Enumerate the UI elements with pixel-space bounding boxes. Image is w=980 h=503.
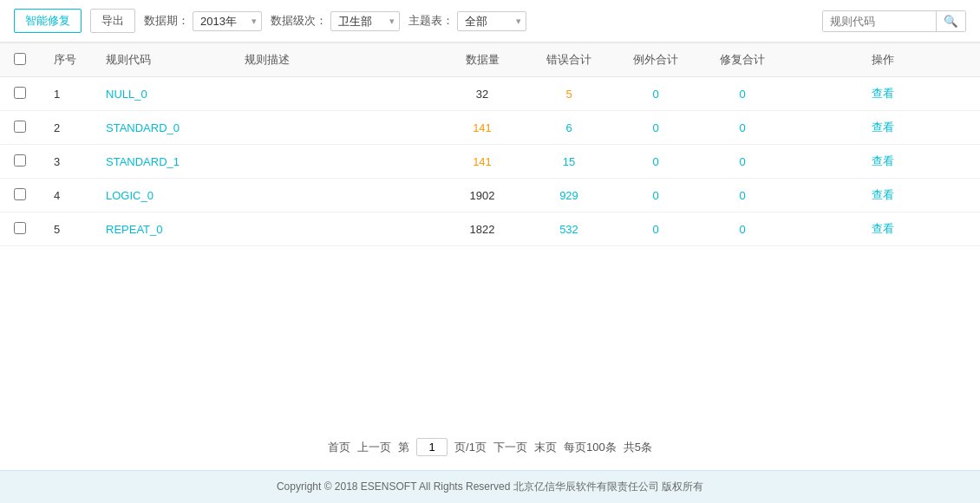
table-row: 3 STANDARD_1 141 15 0 0 查看 [0, 145, 980, 179]
row-count: 141 [439, 111, 526, 145]
header-error: 错误合计 [526, 43, 612, 77]
per-page-info: 每页100条 [564, 440, 617, 455]
row-code: REPEAT_0 [92, 212, 231, 246]
prev-page-link[interactable]: 上一页 [357, 440, 391, 455]
row-code: LOGIC_0 [92, 179, 231, 212]
row-error: 6 [526, 111, 612, 145]
header-count: 数据量 [439, 43, 526, 77]
search-input[interactable] [823, 11, 936, 31]
row-except: 0 [612, 111, 699, 145]
header-action: 操作 [786, 43, 980, 77]
header-desc: 规则描述 [231, 43, 439, 77]
row-except: 0 [612, 77, 699, 111]
row-except: 0 [612, 212, 699, 246]
table-row: 4 LOGIC_0 1902 929 0 0 查看 [0, 179, 980, 212]
table-container: 序号 规则代码 规则描述 数据量 错误合计 例外合计 [0, 42, 980, 424]
search-icon: 🔍 [944, 15, 958, 28]
table-header-row: 序号 规则代码 规则描述 数据量 错误合计 例外合计 [0, 43, 980, 77]
view-link[interactable]: 查看 [872, 87, 894, 100]
row-checkbox[interactable] [14, 154, 26, 167]
row-checkbox-cell [0, 212, 40, 246]
row-checkbox[interactable] [14, 188, 26, 200]
footer-text: Copyright © 2018 ESENSOFT All Rights Res… [277, 480, 703, 493]
row-desc [231, 212, 439, 246]
table-body: 1 NULL_0 32 5 0 0 查看 2 STANDARD_0 141 6 … [0, 77, 980, 246]
row-desc [231, 179, 439, 212]
row-count: 1902 [439, 179, 526, 212]
level-select-wrapper: 卫生部 [330, 11, 400, 31]
row-seq: 1 [40, 77, 92, 111]
header-except: 例外合计 [612, 43, 699, 77]
data-table: 序号 规则代码 规则描述 数据量 错误合计 例外合计 [0, 42, 980, 246]
smart-repair-button[interactable]: 智能修复 [14, 9, 82, 33]
row-code: STANDARD_0 [92, 111, 231, 145]
row-action: 查看 [786, 145, 980, 179]
period-filter-group: 数据期： 2013年 [144, 11, 262, 31]
row-action: 查看 [786, 111, 980, 145]
period-label: 数据期： [144, 13, 189, 29]
last-page-link[interactable]: 末页 [534, 440, 557, 455]
row-fix: 0 [699, 145, 786, 179]
view-link[interactable]: 查看 [872, 188, 894, 201]
row-error: 15 [526, 145, 612, 179]
row-except: 0 [612, 179, 699, 212]
view-link[interactable]: 查看 [872, 222, 894, 235]
row-except: 0 [612, 145, 699, 179]
export-button[interactable]: 导出 [90, 9, 135, 33]
row-seq: 2 [40, 111, 92, 145]
row-code: NULL_0 [92, 77, 231, 111]
row-fix: 0 [699, 212, 786, 246]
view-link[interactable]: 查看 [872, 154, 894, 167]
period-select-wrapper: 2013年 [193, 11, 262, 31]
row-desc [231, 145, 439, 179]
row-checkbox-cell [0, 145, 40, 179]
row-checkbox-cell [0, 111, 40, 145]
row-error: 532 [526, 212, 612, 246]
row-count: 1822 [439, 212, 526, 246]
row-code: STANDARD_1 [92, 145, 231, 179]
row-checkbox-cell [0, 77, 40, 111]
page-suffix: 页/1页 [454, 440, 487, 455]
row-desc [231, 111, 439, 145]
table-row: 5 REPEAT_0 1822 532 0 0 查看 [0, 212, 980, 246]
row-error: 5 [526, 77, 612, 111]
row-checkbox-cell [0, 179, 40, 212]
theme-select[interactable]: 全部 [457, 11, 526, 31]
first-page-link[interactable]: 首页 [328, 440, 350, 455]
page-prefix: 第 [398, 440, 409, 455]
table-row: 1 NULL_0 32 5 0 0 查看 [0, 77, 980, 111]
level-filter-group: 数据级次： 卫生部 [271, 11, 400, 31]
total-info: 共5条 [624, 440, 652, 455]
header-seq: 序号 [40, 43, 92, 77]
header-fix: 修复合计 [699, 43, 786, 77]
row-checkbox[interactable] [14, 87, 26, 99]
header-code: 规则代码 [92, 43, 231, 77]
next-page-link[interactable]: 下一页 [493, 440, 527, 455]
theme-filter-group: 主题表： 全部 [408, 11, 526, 31]
main-container: 智能修复 导出 数据期： 2013年 数据级次： 卫生部 主题表： 全部 [0, 0, 980, 503]
row-checkbox[interactable] [14, 222, 26, 234]
row-action: 查看 [786, 212, 980, 246]
page-number-input[interactable] [416, 438, 448, 456]
search-button[interactable]: 🔍 [936, 11, 965, 31]
table-row: 2 STANDARD_0 141 6 0 0 查看 [0, 111, 980, 145]
row-seq: 4 [40, 179, 92, 212]
pagination: 首页 上一页 第 页/1页 下一页 末页 每页100条 共5条 [0, 424, 980, 470]
footer: Copyright © 2018 ESENSOFT All Rights Res… [0, 470, 980, 503]
select-all-checkbox[interactable] [14, 53, 26, 65]
row-fix: 0 [699, 77, 786, 111]
period-select[interactable]: 2013年 [193, 11, 262, 31]
row-count: 141 [439, 145, 526, 179]
row-checkbox[interactable] [14, 121, 26, 133]
row-count: 32 [439, 77, 526, 111]
row-action: 查看 [786, 179, 980, 212]
theme-select-wrapper: 全部 [457, 11, 526, 31]
view-link[interactable]: 查看 [872, 121, 894, 134]
theme-label: 主题表： [408, 13, 454, 29]
header-checkbox-cell [0, 43, 40, 77]
toolbar: 智能修复 导出 数据期： 2013年 数据级次： 卫生部 主题表： 全部 [0, 0, 980, 42]
level-select[interactable]: 卫生部 [330, 11, 400, 31]
row-fix: 0 [699, 179, 786, 212]
row-seq: 3 [40, 145, 92, 179]
row-seq: 5 [40, 212, 92, 246]
